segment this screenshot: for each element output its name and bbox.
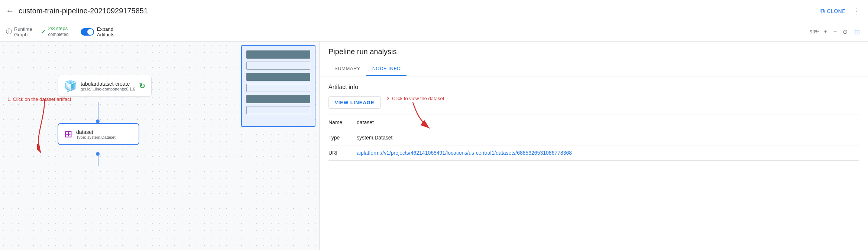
zoom-in-button[interactable]: +: [822, 28, 829, 36]
node-dataset-info: dataset Type: system.Dataset: [76, 129, 116, 139]
graph-panel[interactable]: 1. Click on the dataset artifact 🧊 tabul…: [0, 42, 320, 250]
runtime-graph-label: Runtime Graph: [14, 26, 32, 37]
node-dataset-title: dataset: [76, 129, 116, 135]
artifact-info-title: Artifact info: [328, 84, 859, 91]
clone-label: CLONE: [827, 8, 846, 14]
steps-sub: completed: [48, 32, 68, 38]
node-create-title: tabulardataset-create: [81, 81, 135, 87]
mini-bar-2: [246, 62, 310, 70]
node-dataset-icon: ⊞: [64, 128, 72, 140]
clone-icon: ⧉: [820, 8, 825, 14]
info-table: Name dataset Type system.Dataset URI aip…: [328, 115, 859, 161]
zoom-out-button[interactable]: −: [832, 28, 838, 36]
zoom-controls: 90% + − ⊙ ⊡: [810, 27, 862, 37]
zoom-reset-button[interactable]: ⊙: [841, 27, 849, 36]
analysis-panel: Pipeline run analysis SUMMARY NODE INFO …: [320, 42, 868, 250]
click-hint-2: 2. Click to view the dataset: [387, 96, 444, 101]
analysis-header: Pipeline run analysis SUMMARY NODE INFO: [320, 42, 868, 76]
clone-button[interactable]: ⧉ CLONE: [816, 6, 850, 17]
toolbar: ⓘ Runtime Graph ✔ 2/3 steps completed Ex…: [0, 22, 868, 42]
check-circle-icon: ✔: [41, 28, 46, 35]
connector-line-2: [98, 155, 98, 166]
info-value-uri[interactable]: aiplatform://v1/projects/462141068491/lo…: [357, 150, 572, 156]
toggle-knob: [87, 29, 93, 35]
lineage-row: VIEW LINEAGE 2. Click to view the datase…: [328, 96, 859, 109]
back-button[interactable]: ←: [6, 6, 14, 16]
node-create-arrow-icon: ↻: [139, 82, 145, 91]
info-row-uri: URI aiplatform://v1/projects/46214106849…: [328, 145, 859, 161]
zoom-percentage: 90%: [810, 29, 819, 34]
fullscreen-button[interactable]: ⊡: [852, 27, 862, 37]
main-content: 1. Click on the dataset artifact 🧊 tabul…: [0, 42, 868, 250]
mini-bar-4: [246, 84, 310, 92]
info-value-type: system.Dataset: [357, 135, 392, 141]
node-dataset[interactable]: ⊞ dataset Type: system.Dataset: [58, 123, 139, 145]
expand-artifacts-label: Expand Artifacts: [97, 26, 114, 37]
mini-preview: [241, 45, 315, 127]
expand-artifacts-toggle[interactable]: Expand Artifacts: [81, 26, 114, 37]
tab-summary[interactable]: SUMMARY: [328, 62, 366, 76]
more-button[interactable]: ⋮: [850, 4, 862, 18]
analysis-title: Pipeline run analysis: [328, 47, 859, 56]
mini-bar-1: [246, 50, 310, 59]
tab-node-info[interactable]: NODE INFO: [366, 62, 407, 76]
node-create-icon: 🧊: [64, 80, 77, 92]
connector-line-1: [98, 102, 98, 121]
info-row-name: Name dataset: [328, 115, 859, 130]
pipeline-title: custom-train-pipeline-20210929175851: [19, 7, 816, 15]
info-label-type: Type: [328, 135, 351, 141]
steps-status: ✔ 2/3 steps completed: [41, 26, 68, 37]
info-label-uri: URI: [328, 150, 351, 156]
node-dataset-subtitle: Type: system.Dataset: [76, 135, 116, 139]
mini-bar-5: [246, 95, 310, 103]
node-create-info: tabulardataset-create gcr.io/...line-com…: [81, 81, 135, 91]
mini-bar-6: [246, 106, 310, 114]
info-label-name: Name: [328, 119, 351, 125]
info-icon: ⓘ: [6, 28, 12, 36]
steps-main: 2/3 steps: [48, 26, 68, 32]
node-create-subtitle: gcr.io/...line-components:0.1.6: [81, 87, 135, 91]
analysis-body: Artifact info VIEW LINEAGE 2. Click to v…: [320, 76, 868, 250]
node-tabulardataset-create[interactable]: 🧊 tabulardataset-create gcr.io/...line-c…: [58, 75, 152, 97]
mini-bar-3: [246, 73, 310, 81]
view-lineage-button[interactable]: VIEW LINEAGE: [328, 96, 381, 109]
analysis-tabs: SUMMARY NODE INFO: [328, 62, 859, 76]
info-value-name: dataset: [357, 119, 374, 125]
toggle-switch[interactable]: [81, 28, 94, 36]
header: ← custom-train-pipeline-20210929175851 ⧉…: [0, 0, 868, 22]
connector-dot-1: [96, 119, 100, 123]
info-row-type: Type system.Dataset: [328, 130, 859, 145]
runtime-graph-tab[interactable]: ⓘ Runtime Graph: [6, 26, 32, 37]
arrow-2: [409, 102, 439, 132]
